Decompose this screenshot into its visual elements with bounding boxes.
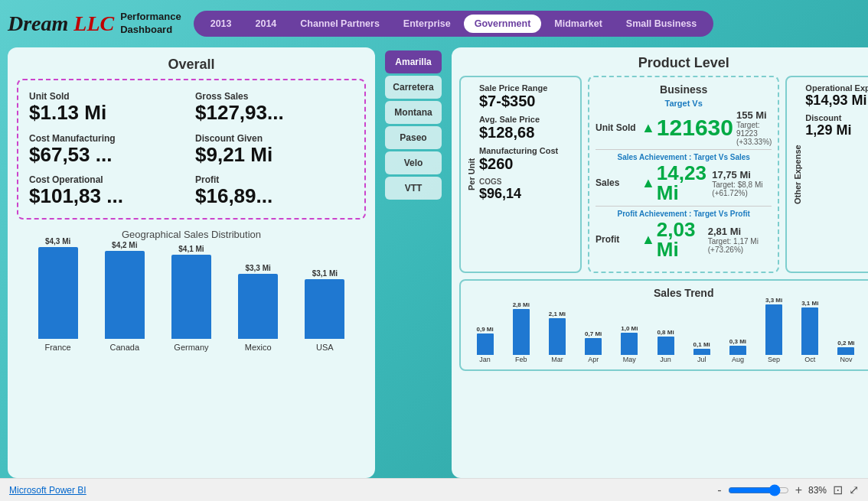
per-unit-data: Sale Price Range $7-$350 Avg. Sale Price… [479, 83, 574, 265]
powerbi-link[interactable]: Microsoft Power BI [9, 485, 86, 496]
tab-midmarket[interactable]: Midmarket [543, 15, 613, 33]
overall-metrics-box: Unit Sold $1.13 Mi Gross Sales $127,93..… [17, 79, 366, 220]
main-content: Overall Unit Sold $1.13 Mi Gross Sales $… [0, 47, 868, 478]
product-level-panel: Product Level Per Unit Sale Price Range … [452, 47, 868, 478]
trend-bar-jun: 0,8 Mi Jun [657, 329, 674, 363]
zoom-controls: - + 83% [714, 483, 827, 497]
right-top-section: Per Unit Sale Price Range $7-$350 Avg. S… [459, 76, 868, 273]
product-level-title: Product Level [459, 55, 868, 71]
trend-bar-apr: 0,7 Mi Apr [585, 330, 602, 363]
metric-cost-operational: Cost Operational $101,83 ... [29, 171, 188, 210]
header: Dream LLC Performance Dashboard 2013 201… [0, 0, 868, 47]
trend-bar-sep: 3,3 Mi Sep [765, 297, 782, 363]
other-expense-box: Other Expense Operational Expense $14,93… [785, 76, 868, 273]
logo-brand-text: Dream LLC [8, 11, 114, 35]
tab-small-business[interactable]: Small Business [615, 15, 707, 33]
product-vtt[interactable]: VTT [385, 177, 442, 200]
product-paseo[interactable]: Paseo [385, 126, 442, 149]
profit-side: 2,81 Mi Target: 1,17 Mi (+73.26%) [708, 226, 772, 254]
product-amarilla[interactable]: Amarilla [385, 50, 442, 73]
zoom-slider[interactable] [728, 484, 789, 496]
metric-cost-manufacturing: Cost Manufacturing $67,53 ... [29, 130, 188, 169]
bar-germany: $4,1 Mi Germany [171, 245, 211, 352]
zoom-plus-button[interactable]: + [792, 483, 805, 497]
metric-profit: Profit $16,89... [195, 171, 354, 210]
logo-subtitle: Performance Dashboard [120, 11, 181, 37]
oe-discount: Discount 1,29 Mi [805, 113, 868, 138]
tab-channel-partners[interactable]: Channel Partners [289, 15, 390, 33]
trend-bar-may: 1,0 Mi May [621, 325, 638, 363]
trend-bar-jul: 0,1 Mi Jul [693, 341, 710, 363]
product-carretera[interactable]: Carretera [385, 76, 442, 99]
other-expense-label: Other Expense [793, 83, 802, 265]
bar-usa: $3,1 Mi USA [305, 269, 344, 352]
profit-arrow: ▲ [641, 232, 655, 248]
trend-bar-aug: 0,3 Mi Aug [729, 338, 746, 363]
bar-france: $4,3 Mi France [38, 237, 78, 352]
bar-canada: $4,2 Mi Canada [105, 241, 145, 352]
other-expense-data: Operational Expense $14,93 Mi Discount 1… [805, 83, 868, 265]
biz-sales-row: Sales ▲ 14,23 Mi 17,75 Mi Target: $8,8 M… [596, 163, 772, 207]
sales-arrow: ▲ [641, 175, 655, 191]
sales-trend-box: Sales Trend 0,9 Mi Jan 2,8 Mi Feb 2,1 Mi… [459, 279, 868, 371]
metric-unit-sold: Unit Sold $1.13 Mi [29, 88, 188, 127]
product-velo[interactable]: Velo [385, 151, 442, 174]
fullscreen-icon[interactable]: ⤢ [849, 483, 859, 497]
biz-profit-row: Profit ▲ 2,03 Mi 2,81 Mi Target: 1,17 Mi… [596, 220, 772, 262]
trend-bar-jan: 0,9 Mi Jan [476, 326, 493, 363]
trend-bar-nov: 0,2 Mi Nov [837, 340, 854, 363]
pu-manufacturing-cost: Manufacturing Cost $260 [479, 146, 574, 173]
bar-mexico: $3,3 Mi Mexico [238, 264, 278, 352]
unit-sold-side: 155 Mi Target: 91223 (+33.33%) [736, 109, 772, 146]
trend-chart: 0,9 Mi Jan 2,8 Mi Feb 2,1 Mi Mar 0,7 Mi [467, 302, 868, 363]
per-unit-label: Per Unit [467, 83, 476, 265]
footer: Microsoft Power BI - + 83% ⊡ ⤢ [0, 478, 868, 501]
trend-bar-oct: 3,1 Mi Oct [801, 300, 818, 363]
product-selector: Amarilla Carretera Montana Paseo Velo VT… [383, 47, 444, 478]
sales-side: 17,75 Mi Target: $8,8 Mi (+61.72%) [712, 169, 772, 197]
geo-bar-chart: $4,3 Mi France $4,2 Mi Canada $4,1 Mi Ge… [17, 245, 366, 352]
pu-cogs: COGS $96,14 [479, 177, 574, 202]
trend-bar-mar: 2,1 Mi Mar [549, 311, 566, 363]
tab-2013[interactable]: 2013 [200, 15, 243, 33]
oe-operational: Operational Expense $14,93 Mi [805, 83, 868, 109]
trend-bar-feb: 2,8 Mi Feb [513, 301, 530, 363]
pu-sale-price-range: Sale Price Range $7-$350 [479, 83, 574, 110]
business-box: Business Target Vs Unit Sold ▲ 121630 15… [588, 76, 779, 273]
sales-trend-title: Sales Trend [467, 287, 868, 299]
metrics-grid: Unit Sold $1.13 Mi Gross Sales $127,93..… [29, 88, 354, 210]
overall-panel: Overall Unit Sold $1.13 Mi Gross Sales $… [8, 47, 375, 478]
fit-to-screen-icon[interactable]: ⊡ [833, 483, 843, 497]
tab-2014[interactable]: 2014 [245, 15, 288, 33]
unit-sold-arrow: ▲ [641, 120, 655, 136]
biz-unit-sold-row: Unit Sold ▲ 121630 155 Mi Target: 91223 … [596, 109, 772, 150]
per-unit-box: Per Unit Sale Price Range $7-$350 Avg. S… [459, 76, 582, 273]
zoom-percentage: 83% [808, 485, 827, 496]
pu-avg-sale-price: Avg. Sale Price $128,68 [479, 115, 574, 142]
zoom-minus-button[interactable]: - [714, 483, 724, 497]
metric-gross-sales: Gross Sales $127,93... [195, 88, 354, 127]
logo-area: Dream LLC Performance Dashboard [8, 11, 181, 37]
overall-title: Overall [17, 57, 366, 73]
tab-government[interactable]: Government [464, 15, 542, 33]
logo-brand: Dream LLC [8, 11, 114, 36]
tab-enterprise[interactable]: Enterprise [393, 15, 462, 33]
footer-right: - + 83% ⊡ ⤢ [714, 483, 859, 497]
metric-discount-given: Discount Given $9,21 Mi [195, 130, 354, 169]
product-montana[interactable]: Montana [385, 101, 442, 124]
nav-tabs: 2013 2014 Channel Partners Enterprise Go… [194, 11, 714, 37]
